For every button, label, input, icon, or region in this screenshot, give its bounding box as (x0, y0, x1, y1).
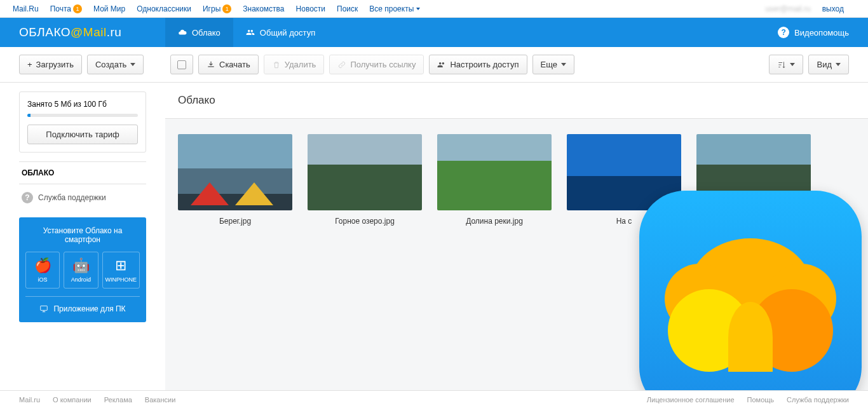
cloud-graphic (668, 232, 833, 372)
access-label: Настроить доступ (450, 60, 519, 69)
footer-mailru[interactable]: Mail.ru (19, 396, 40, 404)
upload-button[interactable]: +Загрузить (19, 55, 82, 74)
people-icon (437, 60, 446, 69)
header: ОБЛАКО@Mail.ru Облако Общий доступ ? Вид… (0, 18, 868, 47)
footer-license[interactable]: Лицензионное соглашение (647, 396, 735, 404)
download-icon (207, 60, 215, 69)
footer-support[interactable]: Служба поддержки (787, 396, 849, 404)
topnav-games[interactable]: Игры1 (203, 4, 231, 13)
support-link[interactable]: ? Служба поддержки (19, 184, 146, 211)
platform-winphone[interactable]: ⊞ WINPHONE (102, 252, 140, 289)
topnav-dating[interactable]: Знакомства (243, 4, 284, 13)
storage-panel: Занято 5 Мб из 100 Гб Подключить тариф (19, 92, 146, 153)
topnav-news[interactable]: Новости (296, 4, 325, 13)
monitor-icon (39, 304, 48, 313)
android-icon: 🤖 (67, 257, 95, 274)
delete-label: Удалить (285, 60, 316, 69)
storage-fill (27, 114, 31, 117)
cloud-app-overlay-icon (639, 191, 862, 408)
help-icon: ? (778, 27, 789, 38)
chevron-down-icon (130, 63, 135, 66)
download-button[interactable]: Скачать (198, 55, 259, 74)
chevron-down-icon (416, 8, 420, 10)
chevron-down-icon (836, 63, 841, 66)
video-help[interactable]: ? Видеопомощь (778, 27, 868, 38)
games-badge: 1 (222, 4, 231, 13)
file-name: Долина реки.jpg (437, 217, 552, 226)
access-button[interactable]: Настроить доступ (429, 55, 527, 74)
apple-icon: 🍎 (29, 257, 57, 274)
plus-icon: + (27, 60, 32, 69)
upload-label: Загрузить (36, 60, 74, 69)
thumbnail (308, 134, 422, 210)
file-name: Берег.jpg (178, 217, 292, 226)
checkbox-icon (177, 60, 186, 69)
select-all-checkbox[interactable] (170, 55, 193, 74)
view-button[interactable]: Вид (808, 55, 849, 74)
top-nav: Mail.Ru Почта1 Мой Мир Одноклассники Игр… (0, 0, 868, 18)
support-label: Служба поддержки (38, 193, 106, 202)
logo-at-icon: @ (71, 25, 83, 39)
platform-android[interactable]: 🤖 Android (64, 252, 98, 289)
create-label: Создать (95, 60, 126, 69)
file-item[interactable]: Долина реки.jpg (437, 134, 552, 226)
more-label: Еще (541, 60, 557, 69)
topnav-allprojects-label: Все проекты (369, 4, 414, 13)
user-email[interactable]: user@mail.ru (765, 4, 811, 13)
delete-button[interactable]: Удалить (264, 55, 325, 74)
topnav-allprojects[interactable]: Все проекты (369, 4, 420, 13)
topnav-games-label: Игры (203, 4, 220, 13)
file-item[interactable]: Горное озеро.jpg (308, 134, 422, 226)
footer: Mail.ru О компании Реклама Вакансии Лице… (0, 390, 868, 408)
getlink-button[interactable]: Получить ссылку (329, 55, 424, 74)
mobile-promo: Установите Облако на смартфон 🍎 iOS 🤖 An… (19, 217, 146, 322)
footer-ads[interactable]: Реклама (104, 396, 132, 404)
thumbnail (437, 134, 552, 210)
tab-cloud[interactable]: Облако (165, 18, 233, 47)
desktop-app-link[interactable]: Приложение для ПК (25, 296, 140, 313)
create-button[interactable]: Создать (87, 55, 144, 74)
topnav-mail[interactable]: Почта1 (50, 4, 82, 13)
logout-link[interactable]: выход (822, 4, 844, 13)
tab-cloud-label: Облако (192, 28, 220, 37)
logo-oblako: ОБЛАКО (19, 25, 71, 39)
svg-rect-0 (41, 306, 48, 310)
topnav-ok[interactable]: Одноклассники (137, 4, 191, 13)
logo[interactable]: ОБЛАКО@Mail.ru (0, 25, 165, 39)
footer-help[interactable]: Помощь (747, 396, 775, 404)
footer-about[interactable]: О компании (53, 396, 92, 404)
ios-label: iOS (29, 276, 57, 283)
tab-shared[interactable]: Общий доступ (233, 18, 328, 47)
tab-shared-label: Общий доступ (260, 28, 315, 37)
breadcrumb: Облако (165, 83, 868, 119)
cloud-icon (178, 28, 187, 37)
storage-bar (27, 114, 138, 117)
file-name: Горное озеро.jpg (308, 217, 422, 226)
promo-title: Установите Облако на смартфон (25, 226, 140, 244)
sidebar-section-title: ОБЛАКО (19, 161, 146, 184)
trash-icon (272, 60, 281, 69)
footer-jobs[interactable]: Вакансии (145, 396, 176, 404)
android-label: Android (67, 276, 95, 283)
tariff-button[interactable]: Подключить тариф (27, 125, 138, 144)
windows-icon: ⊞ (105, 257, 137, 274)
thumbnail (178, 134, 292, 210)
logo-mail: Mail (83, 25, 107, 39)
more-button[interactable]: Еще (532, 55, 574, 74)
topnav-mailru[interactable]: Mail.Ru (13, 4, 39, 13)
platform-ios[interactable]: 🍎 iOS (25, 252, 60, 289)
toolbar: +Загрузить Создать Скачать Удалить Получ… (0, 47, 868, 83)
desktop-app-label: Приложение для ПК (53, 304, 125, 313)
storage-label: Занято 5 Мб из 100 Гб (27, 100, 138, 109)
chevron-down-icon (561, 63, 566, 66)
download-label: Скачать (219, 60, 250, 69)
chevron-down-icon (790, 63, 795, 66)
topnav-moimir[interactable]: Мой Мир (93, 4, 125, 13)
topnav-search[interactable]: Поиск (337, 4, 358, 13)
video-help-label: Видеопомощь (794, 28, 849, 37)
sort-button[interactable] (769, 55, 803, 74)
file-item[interactable]: Берег.jpg (178, 134, 292, 226)
winphone-label: WINPHONE (105, 276, 137, 283)
sort-icon (777, 60, 786, 69)
mail-badge: 1 (73, 4, 82, 13)
